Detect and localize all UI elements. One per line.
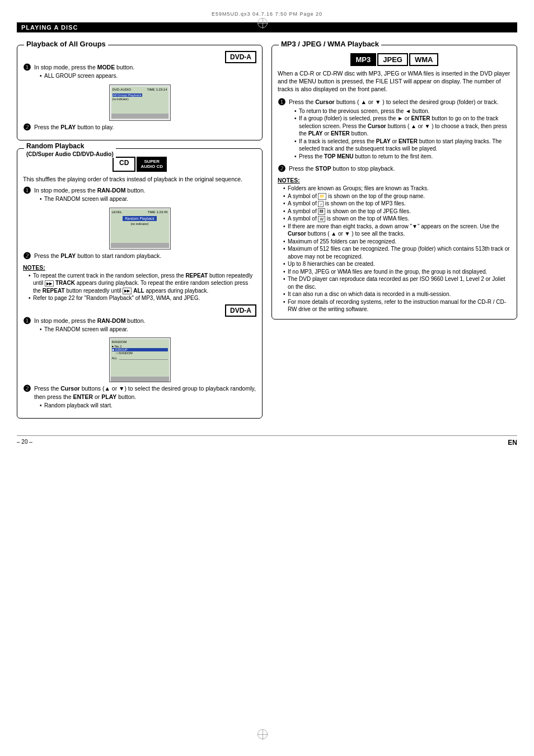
step-text-mp3-1: Press the Cursor buttons ( ▲ or ▼ ) to s… [289,98,511,162]
random-note-1: To repeat the current track in the rando… [29,272,256,295]
mp3-note-7: Maximum of 255 folders can be recognized… [283,238,511,246]
mp3-note-11: The DVD player can reproduce data record… [283,275,511,290]
step-text-1b: In stop mode, press the RAN-DOM button. … [34,317,145,335]
step-text-2: Press the PLAY button to play. [34,123,114,131]
step-num-2b: ❷ [23,384,32,393]
step-text-2b: Press the Cursor buttons (▲ or ▼) to sel… [34,384,256,410]
step-num-1: ❶ [23,63,32,72]
step-num-mp3-2: ❷ [278,165,287,173]
mp3-notes-title: NOTES: [278,177,511,184]
footer-page: – 20 – [17,439,32,447]
right-column: MP3 / JPEG / WMA Playback MP3 JPEG WMA W… [271,37,517,424]
step-1-random: ❶ In stop mode, press the RAN-DOM button… [23,186,256,204]
dvd-a-badge-1: DVD-A [23,53,256,61]
bullet-random1b: The RANDOM screen will appear. [40,326,145,334]
step-2-mp3: ❷ Press the STOP button to stop playback… [278,165,511,173]
playback-all-groups-title: Playback of All Groups [24,40,108,48]
step-text-r2: Press the PLAY button to start random pl… [34,252,161,260]
step-1b-random: ❶ In stop mode, press the RAN-DOM button… [23,317,256,335]
wma-badge: WMA [409,53,439,66]
cd-badge: CD [113,157,135,172]
mp3-notes: NOTES: Folders are known as Groups; file… [278,177,511,313]
cd-badge-row: CD SUPERAUDIO CD [23,157,256,172]
step-num-r1: ❶ [23,186,32,195]
mp3-bullet-3: If a track is selected, press the PLAY o… [294,138,511,153]
step-text-1: In stop mode, press the MODE button. ALL… [34,63,134,81]
mp3-note-12: It can also run a disc on which data is … [283,290,511,298]
mp3-bullet-1: To return to the previous screen, press … [294,107,511,115]
step-text-mp3-2: Press the STOP button to stop playback. [289,165,395,172]
step-2-random: ❷ Press the PLAY button to start random … [23,252,256,261]
step-text-r1: In stop mode, press the RAN-DOM button. … [34,186,145,204]
random-playback-title: Random Playback(CD/Super Audio CD/DVD-Au… [24,142,116,158]
step-num-1b: ❶ [23,317,32,326]
random-playback-box: Random Playback(CD/Super Audio CD/DVD-Au… [17,148,263,419]
step-2b-random: ❷ Press the Cursor buttons (▲ or ▼) to s… [23,384,256,410]
mp3-note-8: Maximum of 512 files can be recognized. … [283,245,511,260]
jpeg-badge: JPEG [377,53,408,66]
mp3-note-2: A symbol of 📁 is shown on the top of the… [283,192,511,200]
mp3-note-4: A symbol of 🖼 is shown on the top of JPE… [283,208,511,215]
mp3-jpeg-wma-box: MP3 / JPEG / WMA Playback MP3 JPEG WMA W… [271,45,517,320]
random-note-2: Refer to page 22 for "Random Playback" o… [29,294,256,302]
mp3-note-13: For more details of recording systems, r… [283,298,511,313]
bullet-random1: The RANDOM screen will appear. [40,195,145,203]
media-badges-row: MP3 JPEG WMA [278,53,511,66]
playback-all-groups-box: Playback of All Groups DVD-A ❶ In stop m… [17,45,263,140]
dvd-a-badge-2: DVD-A [23,307,256,314]
mp3-bullet-2: If a group (folder) is selected, press t… [294,115,511,138]
mp3-bullet-4: Press the TOP MENU button to return to t… [294,153,511,161]
screen-mockup-1: DVD-AUDIOTIME 1:23:14 All Group Playback… [109,84,171,121]
mp3-intro: When a CD-R or CD-RW disc with MP3, JPEG… [278,69,511,93]
mp3-note-5: A symbol of W is shown on the top of WMA… [283,215,511,223]
super-audio-cd-badge: SUPERAUDIO CD [137,157,167,172]
mp3-badge: MP3 [350,53,377,66]
mp3-note-9: Up to 8 hierarchies can be created. [283,260,511,268]
mp3-note-6: If there are more than eight tracks, a d… [283,223,511,238]
mp3-note-10: If no MP3, JPEG or WMA files are found i… [283,268,511,276]
mp3-note-3: A symbol of ♪ is shown on the top of MP3… [283,200,511,208]
page-footer: – 20 – EN [17,435,517,447]
random-screen-1: LEVELTIME 1:23:45 Random Playback (no in… [109,208,171,250]
mp3-jpeg-wma-title: MP3 / JPEG / WMA Playback [279,40,381,48]
random-screen-2: RANDOM ● No.1 ■ GROUP □ RANDOM ALL [109,337,171,382]
step-num-mp3-1: ❶ [278,98,287,107]
page-header: E59M5UD.qx3 04.7.16 7:50 PM Page 20 [17,11,517,17]
step-1-allgroups: ❶ In stop mode, press the MODE button. A… [23,63,256,81]
bullet-random2b: Random playback will start. [40,402,256,410]
footer-lang: EN [508,439,517,447]
mp3-note-1: Folders are known as Groups; files are k… [283,185,511,192]
random-notes: NOTES: To repeat the current track in th… [23,264,256,302]
step-num-2: ❷ [23,123,32,132]
step-2-allgroups: ❷ Press the PLAY button to play. [23,123,256,132]
left-column: Playback of All Groups DVD-A ❶ In stop m… [17,37,263,424]
bullet-allgroup: ALL GROUP screen appears. [40,72,134,80]
step-1-mp3: ❶ Press the Cursor buttons ( ▲ or ▼ ) to… [278,98,511,162]
random-notes-title: NOTES: [23,264,256,271]
step-num-r2: ❷ [23,252,32,261]
random-intro: This shuffles the playing order of track… [23,175,256,183]
